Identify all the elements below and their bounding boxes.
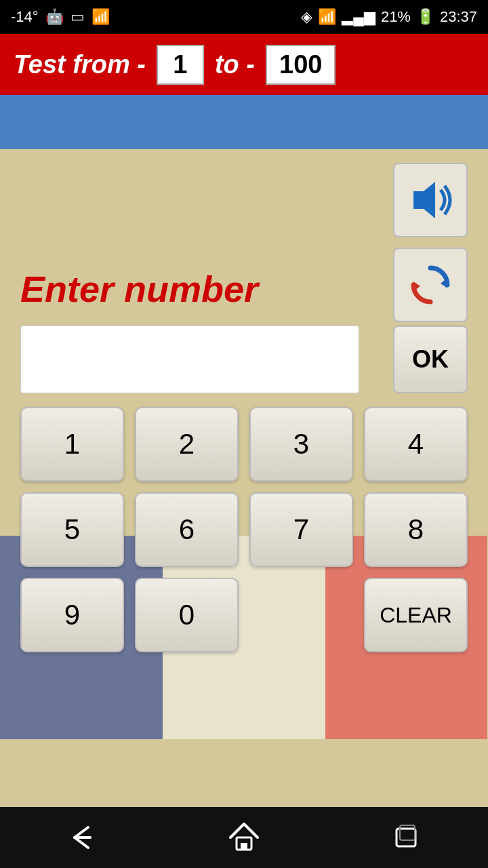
home-button[interactable] (217, 817, 271, 858)
main-content: Enter number OK 1 2 3 4 5 6 7 8 9 0 CLEA… (0, 149, 488, 739)
num-btn-3[interactable]: 3 (249, 407, 353, 481)
num-btn-9[interactable]: 9 (20, 578, 124, 652)
wifi-icon: 📶 (318, 8, 336, 26)
battery-percent: 21% (381, 8, 411, 26)
refresh-icon (407, 261, 454, 309)
back-icon (64, 821, 98, 854)
clear-button[interactable]: CLEAR (364, 578, 468, 652)
svg-marker-2 (413, 281, 420, 292)
refresh-button[interactable] (393, 248, 468, 322)
enter-number-label: Enter number (20, 268, 258, 310)
svg-marker-0 (413, 182, 435, 218)
num-btn-5[interactable]: 5 (20, 492, 124, 567)
numpad: 1 2 3 4 5 6 7 8 9 0 CLEAR (20, 407, 468, 663)
nfc-icon: ◈ (301, 8, 312, 26)
screen-icon: ▭ (70, 8, 85, 26)
svg-rect-6 (400, 825, 415, 840)
ok-button[interactable]: OK (393, 326, 468, 393)
blue-banner (0, 95, 488, 149)
test-from-label: Test from - (14, 50, 146, 79)
num-btn-7[interactable]: 7 (249, 492, 353, 567)
status-left: -14° 🤖 ▭ 📶 (11, 8, 110, 26)
numpad-row-3: 9 0 CLEAR (20, 578, 468, 652)
sound-button[interactable] (393, 163, 468, 237)
number-input-field[interactable] (20, 326, 359, 393)
recents-button[interactable] (380, 817, 434, 858)
back-button[interactable] (54, 817, 108, 858)
num-btn-0[interactable]: 0 (135, 578, 239, 652)
speaker-icon (407, 176, 454, 224)
home-icon (227, 821, 261, 854)
nav-bar (0, 807, 488, 868)
status-right: ◈ 📶 ▂▄▆ 21% 🔋 23:37 (301, 8, 477, 26)
svg-marker-1 (441, 278, 447, 288)
header-bar: Test from - 1 to - 100 (0, 34, 488, 95)
status-bar: -14° 🤖 ▭ 📶 ◈ 📶 ▂▄▆ 21% 🔋 23:37 (0, 0, 488, 34)
svg-rect-4 (241, 843, 247, 850)
signal-bars: ▂▄▆ (342, 8, 375, 26)
to-label: to - (215, 50, 255, 79)
temperature: -14° (11, 8, 39, 26)
num-btn-4[interactable]: 4 (364, 407, 468, 481)
to-value-box[interactable]: 100 (266, 45, 336, 85)
numpad-row-2: 5 6 7 8 (20, 492, 468, 567)
battery-icon: 🔋 (416, 8, 434, 26)
num-btn-6[interactable]: 6 (135, 492, 239, 567)
from-value-box[interactable]: 1 (157, 45, 204, 85)
recents-icon (390, 821, 424, 854)
num-btn-8[interactable]: 8 (364, 492, 468, 567)
numpad-row-1: 1 2 3 4 (20, 407, 468, 481)
android-icon: 🤖 (45, 8, 64, 26)
num-btn-2[interactable]: 2 (135, 407, 239, 481)
signal-icon: 📶 (92, 8, 110, 26)
num-btn-1[interactable]: 1 (20, 407, 124, 481)
clock: 23:37 (440, 8, 477, 26)
